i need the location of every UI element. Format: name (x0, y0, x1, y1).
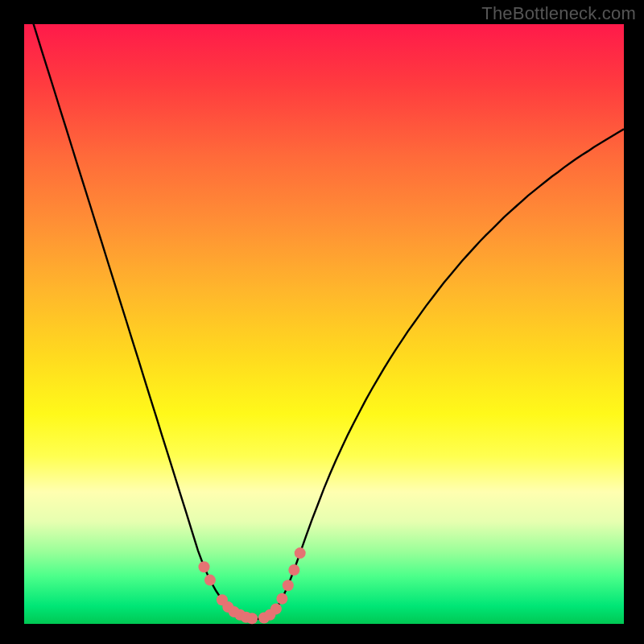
curve-marker (199, 561, 210, 572)
bottleneck-curve (24, 0, 624, 619)
curve-marker (288, 564, 299, 576)
curve-marker (276, 593, 287, 605)
curve-marker (295, 547, 306, 559)
branding-label: TheBottleneck.com (481, 3, 636, 24)
curve-marker (246, 613, 258, 624)
curve-marker (283, 580, 294, 591)
chart-frame: TheBottleneck.com (0, 0, 644, 644)
curve-marker (204, 575, 216, 586)
marker-group (199, 547, 306, 624)
curve-layer (24, 24, 624, 624)
curve-marker (270, 603, 282, 614)
